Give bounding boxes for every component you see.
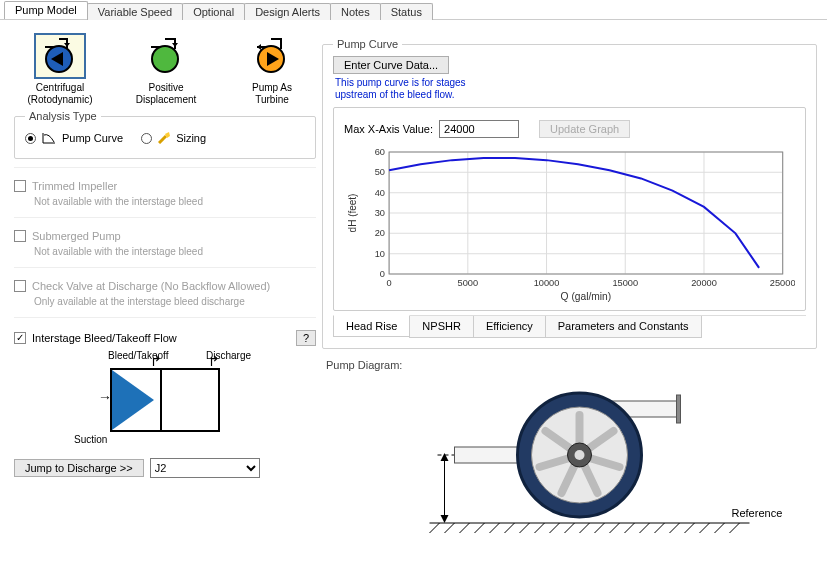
- chk-check-valve-label: Check Valve at Discharge (No Backflow Al…: [32, 280, 270, 292]
- svg-text:10000: 10000: [534, 278, 560, 288]
- pump-diagram: Reference: [322, 373, 817, 543]
- reference-label: Reference: [732, 507, 783, 519]
- svg-line-49: [580, 523, 590, 533]
- svg-line-47: [550, 523, 560, 533]
- svg-text:20000: 20000: [691, 278, 717, 288]
- svg-line-59: [730, 523, 740, 533]
- svg-line-52: [625, 523, 635, 533]
- svg-rect-66: [677, 395, 681, 423]
- submerged-hint: Not available with the interstage bleed: [34, 246, 316, 257]
- svg-text:60: 60: [375, 147, 385, 157]
- pump-curve-legend: Pump Curve: [333, 38, 402, 50]
- analysis-type-group: Analysis Type Pump Curve Sizing: [14, 110, 316, 159]
- radio-sizing[interactable]: [141, 133, 152, 144]
- svg-line-50: [595, 523, 605, 533]
- tab-status[interactable]: Status: [380, 3, 433, 20]
- radio-pump-curve-label: Pump Curve: [62, 132, 123, 144]
- pump-type-label: Positive Displacement: [128, 82, 204, 106]
- svg-point-4: [152, 46, 178, 72]
- jump-to-discharge-button[interactable]: Jump to Discharge >>: [14, 459, 144, 477]
- enter-curve-data-button[interactable]: Enter Curve Data...: [333, 56, 449, 74]
- svg-line-41: [460, 523, 470, 533]
- sub-tab-head-rise[interactable]: Head Rise: [333, 315, 410, 337]
- pump-curve-chart: 05000100001500020000250000102030405060Q …: [344, 144, 795, 304]
- svg-marker-62: [441, 515, 449, 523]
- tab-pump-model[interactable]: Pump Model: [4, 1, 88, 19]
- curve-sub-tabs: Head Rise NPSHR Efficiency Parameters an…: [333, 315, 806, 338]
- pump-type-row: Centrifugal (Rotodynamic) Positive Displ…: [14, 30, 316, 106]
- pump-as-turbine-icon: [251, 37, 293, 75]
- pump-type-label: Pump As Turbine: [234, 82, 310, 106]
- bleed-arrow-icon: ↱: [150, 354, 162, 368]
- analysis-type-legend: Analysis Type: [25, 110, 101, 122]
- chk-trimmed-label: Trimmed Impeller: [32, 180, 117, 192]
- pump-curve-icon: [42, 132, 56, 144]
- svg-text:0: 0: [380, 269, 385, 279]
- svg-line-44: [505, 523, 515, 533]
- suction-label: Suction: [74, 434, 107, 445]
- discharge-arrow-icon: ↱: [208, 354, 220, 368]
- svg-text:Q (gal/min): Q (gal/min): [561, 291, 612, 302]
- tab-strip: Pump Model Variable Speed Optional Desig…: [0, 0, 827, 20]
- svg-text:50: 50: [375, 167, 385, 177]
- positive-displacement-icon: [145, 37, 187, 75]
- tab-variable-speed[interactable]: Variable Speed: [87, 3, 183, 20]
- sub-tab-params[interactable]: Parameters and Constants: [545, 316, 702, 338]
- trimmed-hint: Not available with the interstage bleed: [34, 196, 316, 207]
- suction-arrow-icon: →: [98, 390, 112, 404]
- svg-line-46: [535, 523, 545, 533]
- svg-line-42: [475, 523, 485, 533]
- pump-type-centrifugal[interactable]: Centrifugal (Rotodynamic): [22, 34, 98, 106]
- svg-marker-3: [172, 43, 178, 47]
- svg-text:5000: 5000: [458, 278, 479, 288]
- svg-line-55: [670, 523, 680, 533]
- pump-type-positive[interactable]: Positive Displacement: [128, 34, 204, 106]
- chart-box: Max X-Axis Value: Update Graph 050001000…: [333, 107, 806, 311]
- svg-line-57: [700, 523, 710, 533]
- svg-text:25000: 25000: [770, 278, 795, 288]
- tab-optional[interactable]: Optional: [182, 3, 245, 20]
- chk-submerged-pump: [14, 230, 26, 242]
- pump-curve-group: Pump Curve Enter Curve Data... This pump…: [322, 38, 817, 349]
- help-button[interactable]: ?: [296, 330, 316, 346]
- sub-tab-efficiency[interactable]: Efficiency: [473, 316, 546, 338]
- svg-line-45: [520, 523, 530, 533]
- chk-interstage-bleed[interactable]: [14, 332, 26, 344]
- pump-diagram-label: Pump Diagram:: [326, 359, 817, 371]
- update-graph-button: Update Graph: [539, 120, 630, 138]
- pump-type-turbine[interactable]: Pump As Turbine: [234, 34, 310, 106]
- svg-text:0: 0: [387, 278, 392, 288]
- centrifugal-icon: [39, 37, 81, 75]
- chk-check-valve: [14, 280, 26, 292]
- chk-trimmed-impeller: [14, 180, 26, 192]
- tab-design-alerts[interactable]: Design Alerts: [244, 3, 331, 20]
- radio-pump-curve[interactable]: [25, 133, 36, 144]
- chk-submerged-label: Submerged Pump: [32, 230, 121, 242]
- pump-curve-note: This pump curve is for stages upstream o…: [335, 77, 806, 101]
- svg-line-43: [490, 523, 500, 533]
- svg-text:30: 30: [375, 208, 385, 218]
- max-x-label: Max X-Axis Value:: [344, 123, 433, 135]
- svg-line-48: [565, 523, 575, 533]
- max-x-input[interactable]: [439, 120, 519, 138]
- junction-select[interactable]: J2: [150, 458, 260, 478]
- radio-sizing-label: Sizing: [176, 132, 206, 144]
- checkvalve-hint: Only available at the interstage bleed d…: [34, 296, 316, 307]
- svg-text:40: 40: [375, 188, 385, 198]
- svg-line-40: [445, 523, 455, 533]
- sub-tab-npshr[interactable]: NPSHR: [409, 316, 474, 338]
- chk-interstage-label: Interstage Bleed/Takeoff Flow: [32, 332, 177, 344]
- svg-line-53: [640, 523, 650, 533]
- svg-line-56: [685, 523, 695, 533]
- sizing-icon: [158, 132, 170, 144]
- svg-text:dH (feet): dH (feet): [347, 194, 358, 233]
- svg-line-54: [655, 523, 665, 533]
- svg-line-51: [610, 523, 620, 533]
- svg-line-58: [715, 523, 725, 533]
- svg-text:10: 10: [375, 249, 385, 259]
- svg-marker-5: [257, 44, 261, 50]
- svg-line-39: [430, 523, 440, 533]
- tab-notes[interactable]: Notes: [330, 3, 381, 20]
- svg-point-77: [575, 450, 585, 460]
- interstage-diagram: Bleed/Takeoff ↱ Discharge ↱ Suction →: [80, 350, 250, 450]
